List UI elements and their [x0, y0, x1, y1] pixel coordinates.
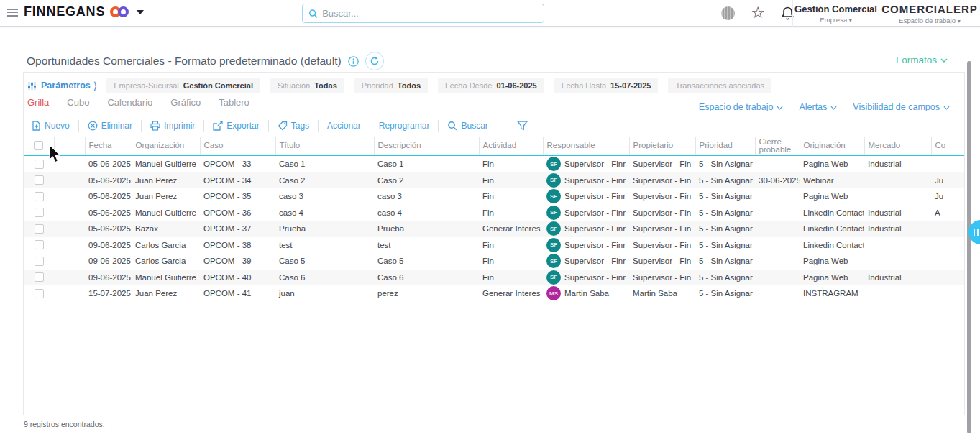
table-row[interactable]: 05-06-2025Manuel GuitierreOPCOM - 33Caso…: [24, 155, 964, 172]
quick-link-espacio-de-trabajo[interactable]: Espacio de trabajo: [699, 102, 784, 111]
cell-cierre: [755, 188, 800, 205]
hamburger-menu-icon[interactable]: [7, 9, 18, 17]
spacer-cell: [70, 172, 85, 189]
vertical-scrollbar[interactable]: [967, 61, 971, 433]
column-header-cierre-probable[interactable]: Cierre probable: [755, 137, 800, 155]
cell-responsable: SFSupervisor - Finr: [543, 205, 629, 221]
cell-cierre: [755, 285, 800, 302]
table-row[interactable]: 05-06-2025Juan PerezOPCOM - 34Caso 2Caso…: [24, 172, 964, 189]
column-header-mercado[interactable]: Mercado: [864, 137, 931, 155]
cell-fecha: 05-06-2025: [85, 205, 132, 221]
column-header-propietario[interactable]: Propietario: [629, 137, 695, 155]
formats-label: Formatos: [896, 55, 937, 65]
row-checkbox[interactable]: [35, 175, 44, 185]
apps-sphere-icon[interactable]: [721, 6, 735, 20]
chevron-down-icon: ▾: [849, 17, 852, 24]
row-checkbox[interactable]: [35, 272, 44, 282]
table-row[interactable]: 05-06-2025Juan PerezOPCOM - 35caso 3caso…: [24, 188, 964, 205]
column-header-descripcion[interactable]: Descripción: [374, 137, 479, 155]
row-checkbox[interactable]: [35, 192, 44, 201]
cell-prioridad: 5 - Sin Asignar: [695, 270, 755, 286]
row-checkbox[interactable]: [35, 160, 44, 169]
column-header-responsable[interactable]: Responsable: [543, 137, 629, 155]
table-row[interactable]: 09-06-2025Manuel GuitierreOPCOM - 40Caso…: [24, 270, 964, 286]
toolbar-nuevo-button[interactable]: Nuevo: [27, 121, 78, 131]
formats-dropdown[interactable]: Formatos: [896, 55, 948, 65]
tag-icon: [278, 121, 288, 131]
parameters-button[interactable]: Parámetros ⟩: [27, 80, 97, 91]
cell-fecha: 15-07-2025: [85, 285, 132, 302]
toolbar-exportar-button[interactable]: Exportar: [204, 121, 267, 131]
responsable-name: Supervisor - Finr: [564, 176, 626, 185]
cell-propietario: Supervisor - Fin: [629, 253, 695, 270]
table-row[interactable]: 05-06-2025Manuel GuitierreOPCOM - 36caso…: [24, 205, 964, 221]
toolbar-tags-button[interactable]: Tags: [269, 121, 318, 131]
cell-titulo: Caso 2: [275, 172, 374, 189]
param-chip-situacion[interactable]: SituaciónTodas: [270, 78, 344, 93]
favorites-star-icon[interactable]: ☆: [751, 5, 765, 21]
view-tab-grafico[interactable]: Gráfico: [170, 97, 201, 108]
workspace-name: COMERCIALERP: [881, 3, 978, 15]
table-row[interactable]: 09-06-2025Carlos GarciaOPCOM - 38testtes…: [24, 237, 964, 254]
param-chip-transacciones-asociadas[interactable]: Transacciones asociadas: [668, 78, 771, 93]
param-chip-fecha-desde[interactable]: Fecha Desde01-06-2025: [438, 78, 544, 93]
param-chip-value: Gestión Comercial: [183, 81, 253, 90]
view-tab-cubo[interactable]: Cubo: [67, 97, 89, 108]
avatar: SF: [546, 189, 561, 203]
column-header-organizacion[interactable]: Organización: [132, 137, 200, 155]
refresh-button[interactable]: [365, 52, 384, 70]
filter-funnel-icon[interactable]: [517, 121, 528, 131]
table-row[interactable]: 05-06-2025BazaxOPCOM - 37PruebaPruebaGen…: [24, 221, 964, 237]
toolbar-buscar-button[interactable]: Buscar: [439, 121, 496, 131]
param-chip-label: Transacciones asociadas: [675, 81, 764, 90]
column-header-caso[interactable]: Caso: [200, 137, 275, 155]
cell-mercado: [864, 285, 931, 302]
table-row[interactable]: 15-07-2025Juan PerezOPCOM - 41juanperezG…: [24, 285, 964, 302]
view-tab-grilla[interactable]: Grilla: [27, 97, 49, 108]
global-search[interactable]: [302, 4, 544, 23]
column-header-fecha[interactable]: Fecha: [85, 137, 132, 155]
toolbar-eliminar-button[interactable]: Eliminar: [79, 121, 141, 131]
column-header-titulo[interactable]: Título: [275, 137, 374, 155]
parameters-label: Parámetros: [41, 80, 91, 91]
info-icon[interactable]: [348, 56, 359, 67]
toolbar-reprogramar-button[interactable]: Reprogramar: [370, 121, 439, 131]
row-checkbox[interactable]: [35, 257, 44, 266]
column-header-actividad[interactable]: Actividad: [479, 137, 543, 155]
cell-descripcion: test: [374, 237, 479, 254]
brand-logo[interactable]: FINNEGANS: [24, 4, 144, 19]
cell-titulo: juan: [275, 285, 374, 302]
view-tab-calendario[interactable]: Calendario: [107, 97, 152, 108]
row-checkbox[interactable]: [35, 208, 44, 217]
select-all-checkbox[interactable]: [34, 141, 43, 150]
export-icon: [213, 121, 223, 131]
row-checkbox[interactable]: [35, 289, 44, 298]
param-chip-value: 01-06-2025: [496, 81, 536, 90]
param-chip-prioridad[interactable]: PrioridadTodos: [354, 78, 428, 93]
cell-propietario: Supervisor - Fin: [629, 155, 695, 172]
company-selector[interactable]: Gestión Comercial Empresa ▾: [792, 0, 879, 27]
cell-cierre: [755, 253, 800, 270]
row-checkbox[interactable]: [35, 240, 44, 249]
spacer-cell: [54, 285, 70, 302]
cell-mercado: Industrial: [864, 155, 931, 172]
column-header-prioridad[interactable]: Prioridad: [695, 137, 755, 155]
row-checkbox[interactable]: [35, 224, 44, 234]
quick-link-alertas[interactable]: Alertas: [799, 102, 837, 111]
row-select-cell: [24, 155, 54, 172]
table-row[interactable]: 09-06-2025Carlos GarciaOPCOM - 39Caso 5C…: [24, 253, 964, 270]
toolbar-accionar-button[interactable]: Accionar: [319, 121, 370, 131]
workspace-selector[interactable]: COMERCIALERP Espacio de trabajo ▾: [879, 0, 980, 27]
cell-responsable: SFSupervisor - Finr: [543, 188, 629, 205]
view-tab-tablero[interactable]: Tablero: [219, 97, 249, 108]
column-header-co[interactable]: Co: [931, 137, 964, 155]
param-chip-fecha-hasta[interactable]: Fecha Hasta15-07-2025: [554, 78, 659, 93]
toolbar-imprimir-button[interactable]: Imprimir: [142, 121, 203, 131]
grid-scroll-area[interactable]: FechaOrganizaciónCasoTítuloDescripciónAc…: [24, 137, 964, 378]
quick-link-visibilidad-de-campos[interactable]: Visibilidad de campos: [853, 102, 950, 111]
param-chip-empresa-sucursal[interactable]: Empresa-SucursalGestión Comercial: [106, 78, 260, 93]
cell-originacion: Pagina Web: [800, 155, 864, 172]
column-header-originacion[interactable]: Originación: [800, 137, 864, 155]
cell-actividad: Generar Interes: [479, 221, 543, 237]
search-input[interactable]: [322, 8, 538, 19]
